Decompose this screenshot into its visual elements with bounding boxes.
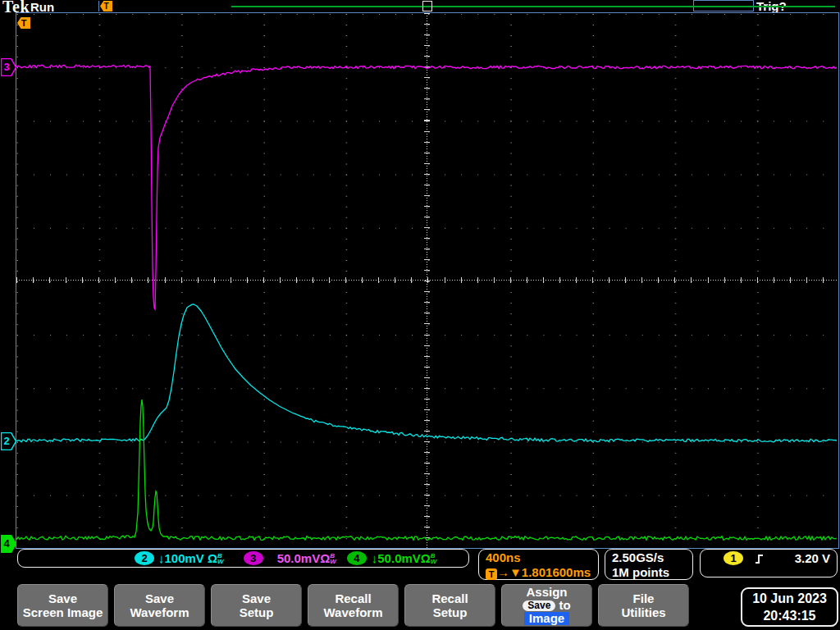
ch3-bandwidth-icon: BW [330, 553, 336, 564]
ch3-scale-readout: 50.0mVΩ [277, 551, 331, 565]
trigger-level-readout: 3.20 V [795, 551, 830, 565]
channel-readouts-box[interactable]: 2 ↓100mV Ω BW 3 50.0mVΩ BW 4 ↓50.0mVΩ BW [17, 549, 469, 568]
record-view-window-bracket[interactable] [422, 1, 432, 11]
ch3-reference-marker[interactable]: 3 [1, 58, 16, 76]
ch2-badge[interactable]: 2 [135, 551, 154, 565]
ch2-reference-marker[interactable]: 2 [1, 432, 16, 450]
timebase-readout-box[interactable]: 400ns T→▼1.801600ms [478, 549, 599, 580]
file-utilities-button[interactable]: FileUtilities [598, 584, 689, 627]
record-view-line [231, 6, 835, 7]
ch4-reference-marker[interactable]: 4 [1, 535, 16, 553]
ch3-marker-label: 3 [1, 58, 12, 76]
assign-line1: Assign [502, 586, 591, 599]
ch2-bandwidth-icon: BW [217, 553, 224, 564]
rising-edge-icon [755, 552, 765, 565]
ch2-scale-readout: ↓100mV Ω [158, 551, 217, 565]
sample-rate: 2.50GS/s [612, 550, 692, 565]
record-length: 1M points [612, 565, 692, 580]
timebase-delay-row: T→▼1.801600ms [486, 565, 598, 580]
save-setup-button[interactable]: SaveSetup [211, 584, 302, 627]
datetime-display: 10 Jun 2023 20:43:15 [741, 587, 838, 627]
acquisition-readout-box[interactable]: 2.50GS/s 1M points [605, 549, 693, 580]
ch4-badge[interactable]: 4 [347, 551, 367, 565]
trigger-readout-box[interactable]: 1 3.20 V [700, 549, 838, 578]
trigger-t-icon: T [486, 568, 497, 580]
assign-line2: Save to [502, 599, 591, 612]
assign-target: Image [524, 612, 569, 625]
save-waveform-button[interactable]: SaveWaveform [114, 584, 205, 627]
assign-save-to-image-button[interactable]: Assign Save to Image [501, 584, 592, 627]
ch2-marker-label: 2 [1, 432, 12, 450]
trigger-source-badge: 1 [724, 551, 743, 565]
softkey-menu: SaveScreen Image SaveWaveform SaveSetup … [17, 584, 689, 627]
date-text: 10 Jun 2023 [742, 590, 837, 607]
ch3-badge[interactable]: 3 [244, 551, 263, 565]
record-trigger-tick [98, 1, 99, 11]
record-trigger-position-icon[interactable]: T [100, 1, 112, 11]
recall-setup-button[interactable]: RecallSetup [404, 584, 495, 627]
ch4-marker-label: 4 [1, 535, 12, 553]
delay-value: 1.801600ms [522, 565, 591, 579]
save-pill: Save [523, 600, 555, 611]
save-screen-image-button[interactable]: SaveScreen Image [17, 584, 108, 627]
time-text: 20:43:15 [742, 607, 837, 624]
oscilloscope-screen: Tek Run Trig? T T 3 2 4 2 ↓100mV Ω BW 3 … [0, 0, 840, 630]
recall-waveform-button[interactable]: RecallWaveform [308, 584, 399, 627]
delay-arrows: →▼ [497, 565, 522, 579]
timebase-scale: 400ns [486, 550, 598, 565]
ch4-scale-readout: ↓50.0mVΩ [372, 551, 431, 565]
assign-line3: Image [502, 612, 591, 625]
center-vertical-line [427, 13, 427, 548]
ch4-bandwidth-icon: BW [431, 553, 437, 564]
